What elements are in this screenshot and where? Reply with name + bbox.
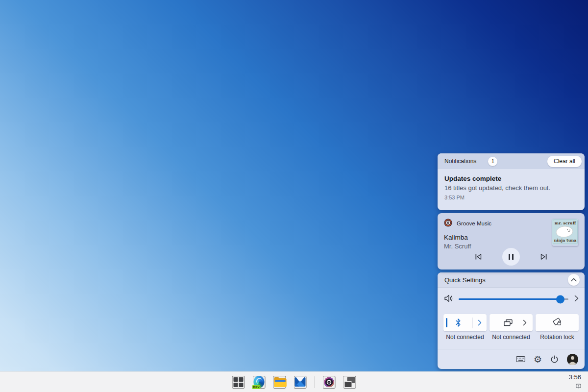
volume-slider-fill	[459, 298, 561, 300]
groove-music-button[interactable]	[323, 376, 336, 389]
avatar-icon	[567, 354, 578, 365]
quick-settings-footer: ⚙	[438, 349, 585, 369]
start-button[interactable]	[232, 376, 245, 389]
taskbar-clock[interactable]: 3:56	[569, 373, 581, 381]
media-controls	[438, 248, 585, 266]
touch-keyboard-button[interactable]	[516, 356, 525, 362]
groove-music-taskbar-icon	[324, 376, 335, 389]
file-explorer-icon	[274, 377, 285, 387]
collapse-button[interactable]	[568, 274, 580, 286]
previous-track-button[interactable]	[474, 253, 482, 260]
windows-logo-icon	[234, 377, 244, 387]
mail-button[interactable]	[294, 376, 307, 389]
volume-slider-thumb[interactable]	[556, 295, 564, 303]
groove-music-icon	[444, 219, 452, 228]
gear-icon: ⚙	[534, 355, 542, 364]
taskbar: DEV	[0, 371, 588, 392]
bluetooth-icon	[443, 318, 472, 327]
action-center-panel: Notifications 1 Clear all Updates comple…	[438, 153, 585, 369]
bluetooth-expand-chevron-icon[interactable]	[473, 319, 487, 326]
volume-slider[interactable]	[459, 298, 568, 300]
notification-time: 3:53 PM	[444, 195, 578, 200]
previous-icon	[474, 253, 482, 260]
connect-tile-label: Not connected	[490, 334, 533, 341]
desktop: { "colors": { "accent": "#1368c8", "wall…	[0, 0, 588, 392]
rotation-lock-icon	[552, 318, 562, 328]
quick-settings-tiles	[438, 311, 585, 331]
tile-labels: Not connected Not connected Rotation loc…	[438, 331, 585, 341]
power-icon	[550, 355, 559, 364]
bluetooth-tile-label: Not connected	[443, 334, 487, 341]
connect-icon	[503, 319, 513, 327]
edge-dev-button[interactable]: DEV	[253, 376, 266, 389]
next-track-button[interactable]	[540, 253, 548, 260]
task-view-button[interactable]	[343, 376, 356, 389]
rotation-lock-tile[interactable]	[536, 314, 579, 331]
user-avatar[interactable]	[567, 354, 578, 365]
quick-settings-card: Quick Settings	[438, 272, 585, 369]
album-art-top-text: mr. scruff	[555, 220, 576, 225]
notifications-header: Notifications 1 Clear all	[438, 153, 585, 169]
task-view-icon	[344, 377, 355, 388]
volume-expand-chevron-icon[interactable]	[574, 295, 579, 303]
notifications-card: Notifications 1 Clear all Updates comple…	[438, 153, 585, 210]
rotation-lock-tile-label: Rotation lock	[536, 334, 579, 341]
clock-area[interactable]: 3:56	[569, 373, 581, 391]
media-app-name: Groove Music	[457, 220, 491, 226]
quick-settings-header: Quick Settings	[438, 272, 585, 288]
keyboard-icon	[516, 356, 525, 362]
chevron-up-icon	[571, 278, 577, 282]
pause-button[interactable]	[502, 248, 520, 266]
taskbar-icons: DEV	[232, 372, 356, 392]
mail-icon	[295, 377, 306, 387]
album-art: mr. scruff ninja tuna	[552, 219, 578, 246]
next-icon	[540, 253, 548, 260]
power-button[interactable]	[550, 355, 559, 364]
notification-message: 16 titles got updated, check them out.	[444, 184, 578, 192]
settings-button[interactable]: ⚙	[534, 355, 542, 364]
pause-icon	[509, 254, 510, 260]
edge-dev-badge: DEV	[252, 385, 261, 389]
album-art-bottom-text: ninja tuna	[554, 238, 576, 243]
notification-title: Updates complete	[444, 175, 578, 182]
speaker-icon	[444, 294, 454, 304]
bluetooth-active-indicator	[446, 318, 447, 327]
taskbar-separator	[315, 376, 315, 388]
notification-item[interactable]: Updates complete 16 titles got updated, …	[438, 169, 585, 200]
connect-tile[interactable]	[490, 314, 533, 331]
tray-status-icon[interactable]	[576, 382, 581, 391]
media-card: Groove Music Kalimba Mr. Scruff mr. scru…	[438, 213, 585, 270]
connect-expand-chevron-icon[interactable]	[523, 319, 527, 326]
file-explorer-button[interactable]	[273, 376, 286, 389]
clear-all-button[interactable]: Clear all	[547, 156, 582, 167]
bluetooth-tile[interactable]	[443, 314, 487, 331]
volume-row	[438, 288, 585, 311]
notifications-count-badge: 1	[488, 157, 497, 166]
quick-settings-title: Quick Settings	[444, 276, 486, 284]
notifications-title: Notifications	[444, 158, 476, 165]
